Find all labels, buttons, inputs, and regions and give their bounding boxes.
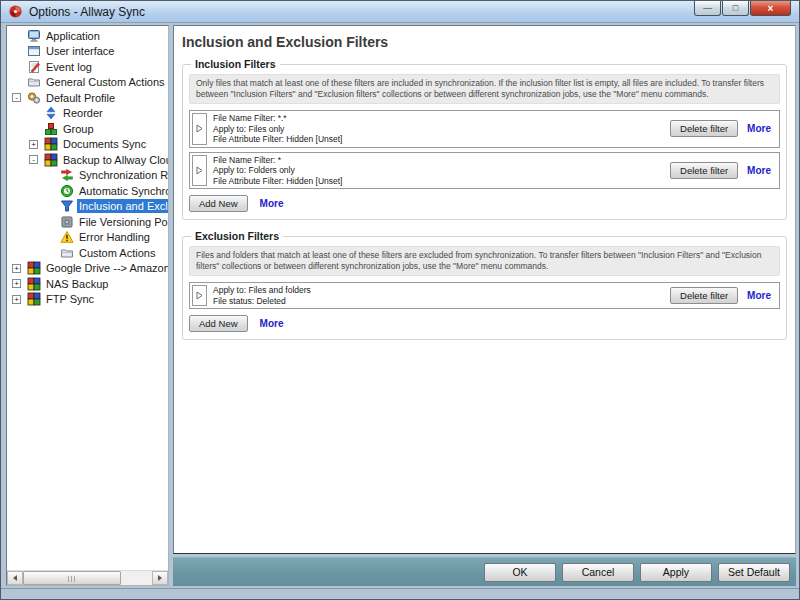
sidebar-item-automatic-synchronization[interactable]: Automatic Synchronization	[7, 183, 168, 199]
sidebar-item-label: NAS Backup	[44, 277, 110, 291]
sidebar-item-backup-to-allway-cloud[interactable]: - Backup to Allway Cloud	[7, 152, 168, 168]
sidebar-item-label: Reorder	[61, 106, 105, 120]
sidebar-item-ftp-sync[interactable]: + FTP Sync	[7, 292, 168, 308]
allway-sync-logo-icon	[8, 4, 23, 19]
user-interface-icon	[27, 44, 41, 58]
expand-icon[interactable]: +	[12, 279, 21, 288]
filter-funnel-icon	[60, 199, 74, 213]
application-icon	[27, 29, 41, 43]
scrollbar-thumb[interactable]	[23, 571, 121, 585]
sidebar-item-application[interactable]: Application	[7, 28, 168, 44]
collapse-icon[interactable]: -	[29, 155, 38, 164]
exclusion-filter-row: Apply to: Files and folders File status:…	[189, 282, 780, 309]
close-button[interactable]: ×	[750, 1, 791, 16]
sidebar-item-default-profile[interactable]: - Default Profile	[7, 90, 168, 106]
sidebar-item-general-custom-actions[interactable]: General Custom Actions	[7, 75, 168, 91]
sidebar-item-label: Backup to Allway Cloud	[61, 153, 168, 167]
sync-job-cube-icon	[27, 292, 41, 306]
sidebar-item-user-interface[interactable]: User interface	[7, 44, 168, 60]
sidebar-item-custom-actions[interactable]: Custom Actions	[7, 245, 168, 261]
tree-connector: +	[12, 279, 27, 288]
sidebar-item-group[interactable]: Group	[7, 121, 168, 137]
row-more-link[interactable]: More	[747, 165, 771, 176]
row-more-link[interactable]: More	[747, 123, 771, 134]
delete-filter-button[interactable]: Delete filter	[670, 120, 738, 137]
collapse-icon[interactable]: -	[12, 93, 21, 102]
sidebar-item-label: Event log	[44, 60, 94, 74]
sync-job-cube-icon	[27, 261, 41, 275]
sidebar-item-label: Documents Sync	[61, 137, 148, 151]
sidebar-item-label: Group	[61, 122, 96, 136]
apply-button[interactable]: Apply	[640, 563, 712, 582]
folder-icon	[60, 246, 74, 260]
window-controls: — □ ×	[694, 1, 791, 16]
expand-row-icon[interactable]	[192, 285, 207, 306]
more-link[interactable]: More	[260, 198, 284, 209]
delete-filter-button[interactable]: Delete filter	[670, 162, 738, 179]
add-new-button[interactable]: Add New	[189, 195, 248, 212]
groupbox-legend: Exclusion Filters	[191, 230, 283, 242]
sidebar-item-inclusion-and-exclusion-filters[interactable]: Inclusion and Exclusion Filters	[7, 199, 168, 215]
tree-connector: -	[12, 93, 27, 102]
options-window: Options - Allway Sync — □ × Application …	[0, 0, 800, 600]
exclusion-filters-groupbox: Exclusion Filters Files and folders that…	[182, 236, 787, 340]
filter-summary: File Name Filter: *.* Apply to: Files on…	[209, 111, 670, 147]
sidebar-item-event-log[interactable]: Event log	[7, 59, 168, 75]
profile-gears-icon	[27, 91, 41, 105]
scroll-right-icon[interactable]	[152, 571, 168, 585]
expand-row-icon[interactable]	[192, 113, 207, 145]
filter-line: File Name Filter: *.*	[213, 113, 666, 124]
group-icon	[44, 122, 58, 136]
sidebar-item-error-handling[interactable]: Error Handling	[7, 230, 168, 246]
inclusion-description: Only files that match at least one of th…	[189, 74, 780, 104]
sidebar-item-file-versioning-policy[interactable]: File Versioning Policy	[7, 214, 168, 230]
maximize-button[interactable]: □	[722, 1, 749, 16]
cancel-button[interactable]: Cancel	[562, 563, 634, 582]
filter-line: File Name Filter: *	[213, 155, 666, 166]
exclusion-description: Files and folders that match at least on…	[189, 246, 780, 276]
sidebar-item-nas-backup[interactable]: + NAS Backup	[7, 276, 168, 292]
filter-line: Apply to: Folders only	[213, 165, 666, 176]
tree-horizontal-scrollbar[interactable]	[7, 570, 168, 585]
more-link[interactable]: More	[260, 318, 284, 329]
sidebar-item-label: File Versioning Policy	[77, 215, 168, 229]
sidebar-item-google-drive-amazon-s3[interactable]: + Google Drive --> Amazon S3	[7, 261, 168, 277]
title-bar[interactable]: Options - Allway Sync — □ ×	[1, 1, 799, 23]
minimize-button[interactable]: —	[694, 1, 721, 16]
ok-button[interactable]: OK	[484, 563, 556, 582]
sidebar-item-reorder[interactable]: Reorder	[7, 106, 168, 122]
reorder-icon	[44, 106, 58, 120]
inclusion-filter-row: File Name Filter: * Apply to: Folders on…	[189, 152, 780, 190]
sidebar-item-label: Synchronization Rules	[77, 168, 168, 182]
folder-icon	[27, 75, 41, 89]
filter-line: File status: Deleted	[213, 296, 666, 307]
sync-job-cube-icon	[27, 277, 41, 291]
expand-icon[interactable]: +	[12, 264, 21, 273]
scrollbar-track[interactable]	[23, 571, 152, 585]
auto-sync-clock-icon	[60, 184, 74, 198]
sidebar-item-label: FTP Sync	[44, 292, 96, 306]
sync-rules-icon	[60, 168, 74, 182]
expand-icon[interactable]: +	[29, 140, 38, 149]
sidebar-item-label: User interface	[44, 44, 116, 58]
row-more-link[interactable]: More	[747, 290, 771, 301]
dialog-footer: OK Cancel Apply Set Default	[173, 557, 796, 586]
sync-job-cube-icon	[44, 137, 58, 151]
versioning-safe-icon	[60, 215, 74, 229]
filter-line: Apply to: Files only	[213, 124, 666, 135]
filter-line: File Attribute Filter: Hidden [Unset]	[213, 176, 666, 187]
scroll-left-icon[interactable]	[7, 571, 23, 585]
sidebar-item-label: Inclusion and Exclusion Filters	[77, 199, 168, 213]
tree-connector: -	[29, 155, 44, 164]
window-title: Options - Allway Sync	[29, 5, 145, 19]
set-default-button[interactable]: Set Default	[718, 563, 790, 582]
warning-icon	[60, 230, 74, 244]
expand-icon[interactable]: +	[12, 295, 21, 304]
sidebar-item-synchronization-rules[interactable]: Synchronization Rules	[7, 168, 168, 184]
tree-connector: +	[12, 264, 27, 273]
expand-row-icon[interactable]	[192, 155, 207, 187]
sidebar-item-label: Default Profile	[44, 91, 117, 105]
sidebar-item-documents-sync[interactable]: + Documents Sync	[7, 137, 168, 153]
delete-filter-button[interactable]: Delete filter	[670, 287, 738, 304]
add-new-button[interactable]: Add New	[189, 315, 248, 332]
